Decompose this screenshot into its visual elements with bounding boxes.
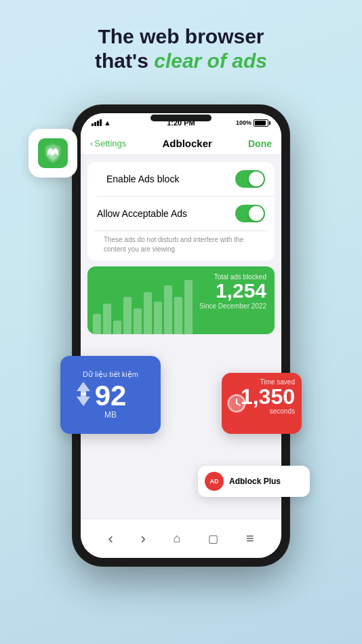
- clock-svg: [227, 394, 246, 413]
- bottom-nav: ‹ › ⌂ ▢ ≡: [81, 519, 281, 558]
- enable-ads-block-toggle[interactable]: [235, 170, 265, 188]
- data-card-title: Dữ liệu tiết kiệm: [83, 370, 138, 379]
- bar-6: [144, 292, 152, 334]
- nav-forward-btn[interactable]: ›: [140, 530, 145, 548]
- allow-acceptable-ads-row[interactable]: Allow Acceptable Ads: [87, 197, 275, 230]
- nav-bar: ‹ Settings Adblocker Done: [81, 132, 281, 155]
- adblock-plus-banner: AD Adblock Plus: [198, 466, 310, 497]
- allow-acceptable-ads-toggle[interactable]: [235, 205, 265, 222]
- adblock-logo-text: AD: [210, 478, 219, 485]
- status-left: ▲: [92, 119, 111, 127]
- shield-icon: ✓: [38, 138, 68, 168]
- chevron-left-icon: ‹: [90, 138, 93, 148]
- forward-icon: ›: [140, 530, 145, 548]
- adblock-label: Adblock Plus: [229, 477, 281, 486]
- settings-group: Enable Ads block Allow Acceptable Ads Th…: [87, 162, 275, 261]
- bar-10: [184, 280, 193, 334]
- toggle-knob-2: [249, 206, 264, 221]
- allow-acceptable-ads-label: Allow Acceptable Ads: [97, 208, 187, 219]
- battery-percent: 100%: [236, 119, 252, 126]
- status-right: 100%: [236, 119, 270, 127]
- bar-2: [103, 304, 111, 334]
- signal-bar-2: [94, 122, 96, 126]
- header-section: The web browser that's clear of ads: [0, 0, 362, 87]
- time-saved-card: Time saved 1,350 seconds: [222, 373, 302, 434]
- data-savings-card: Dữ liệu tiết kiệm 92 MB: [60, 356, 161, 434]
- signal-bar-3: [97, 121, 99, 126]
- signal-bar-4: [100, 119, 102, 126]
- app-icon: ✓: [28, 129, 77, 178]
- phone-frame: ▲ 1:20 PM 100% ‹ Settings: [73, 105, 289, 566]
- svg-marker-3: [77, 393, 90, 406]
- svg-line-6: [237, 403, 240, 405]
- upload-download-arrows: [74, 380, 93, 410]
- phone-frame-container: ▲ 1:20 PM 100% ‹ Settings: [73, 105, 289, 566]
- bar-4: [123, 297, 132, 334]
- battery-fill: [255, 121, 266, 125]
- nav-title: Adblocker: [162, 138, 212, 149]
- nav-back-btn[interactable]: ‹: [108, 530, 113, 548]
- bar-5: [134, 308, 142, 334]
- enable-ads-block-label: Enable Ads block: [106, 174, 179, 184]
- bar-9: [174, 297, 182, 334]
- back-icon: ‹: [108, 530, 113, 548]
- header-line2-plain: that's: [95, 49, 154, 72]
- menu-icon: ≡: [246, 531, 254, 546]
- clock-icon: [227, 394, 246, 413]
- battery-icon: [254, 119, 270, 127]
- wifi-icon: ▲: [104, 119, 111, 127]
- nav-home-btn[interactable]: ⌂: [174, 531, 181, 546]
- nav-back-button[interactable]: ‹ Settings: [90, 138, 126, 148]
- header-line1: The web browser: [98, 25, 264, 47]
- bar-8: [164, 285, 172, 334]
- signal-bar-1: [92, 123, 94, 126]
- arrows-icon: [74, 380, 93, 407]
- bar-1: [93, 314, 101, 334]
- home-icon: ⌂: [174, 531, 181, 546]
- bar-chart: [87, 280, 198, 334]
- data-card-unit: MB: [104, 410, 117, 420]
- header-line2-green: clear of ads: [154, 49, 267, 72]
- adblock-logo: AD: [205, 472, 224, 491]
- battery-tip: [269, 121, 270, 125]
- bar-3: [113, 321, 121, 334]
- bar-7: [154, 302, 162, 334]
- nav-menu-btn[interactable]: ≡: [246, 531, 254, 546]
- header-title: The web browser that's clear of ads: [0, 24, 362, 73]
- settings-note: These ads do not disturb and interfere w…: [94, 230, 268, 261]
- enable-ads-block-row[interactable]: Enable Ads block: [97, 162, 275, 197]
- stats-card: Total ads blocked 1,254 Since December 2…: [87, 266, 275, 334]
- nav-done-button[interactable]: Done: [248, 138, 272, 149]
- battery-body: [254, 119, 268, 127]
- nav-back-label: Settings: [94, 138, 126, 148]
- phone-notch: [150, 115, 212, 121]
- nav-tabs-btn[interactable]: ▢: [208, 532, 218, 545]
- data-card-number: 92: [95, 382, 127, 410]
- svg-text:✓: ✓: [49, 148, 57, 159]
- tabs-icon: ▢: [208, 532, 218, 545]
- toggle-knob: [249, 172, 264, 186]
- signal-bars: [92, 119, 102, 126]
